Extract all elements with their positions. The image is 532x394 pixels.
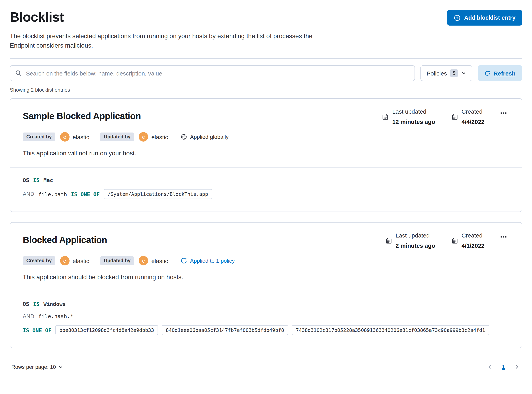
updated-by-badge: Updated by [100, 256, 134, 265]
chevron-left-icon [488, 364, 492, 369]
policies-filter-label: Policies [427, 70, 447, 77]
criteria-value-pill: 7438d3102c317b05228a350891363340206e81cf… [292, 325, 489, 335]
criteria-and-label: AND [23, 313, 34, 319]
entry-actions-button[interactable] [498, 107, 509, 120]
applied-globally-text: Applied globally [190, 134, 228, 140]
created-meta: Created 4/1/2022 [452, 232, 484, 249]
screenshot-stage: Blocklist Add blocklist entry The blockl… [0, 0, 532, 394]
plus-circle-icon [454, 14, 461, 21]
globe-icon [181, 134, 187, 140]
criteria-field: file.path [38, 191, 67, 197]
criteria-os-value: Windows [43, 301, 66, 307]
pagination: 1 [486, 363, 521, 371]
entry-meta: Last updated 12 minutes ago Created 4/4/… [366, 108, 509, 125]
last-updated-label: Last updated [392, 108, 435, 115]
calendar-icon [452, 109, 457, 125]
criteria-os-field: OS [23, 177, 29, 183]
criteria-operator: IS ONE OF [23, 327, 51, 333]
calendar-icon [452, 233, 457, 249]
rows-per-page-label: Rows per page: 10 [11, 364, 56, 370]
last-updated-meta: Last updated 12 minutes ago [382, 108, 435, 125]
entry-badges-row: Created by e elastic Updated by e elasti… [23, 256, 509, 265]
policies-count-badge: 5 [451, 69, 458, 77]
created-by-username: elastic [72, 257, 89, 264]
controls-bar: Policies 5 Refresh [10, 65, 522, 81]
criteria-os-value: Mac [43, 177, 53, 183]
previous-page-button[interactable] [486, 363, 494, 371]
last-updated-meta: Last updated 2 minutes ago [386, 232, 435, 249]
updated-by-username: elastic [151, 257, 168, 264]
table-footer: Rows per page: 10 1 [10, 363, 522, 371]
entry-description: This application will not run on your ho… [23, 150, 509, 157]
page-title: Blocklist [10, 9, 64, 25]
created-value: 4/1/2022 [461, 242, 484, 249]
chevron-right-icon [514, 364, 519, 369]
created-by-username: elastic [72, 134, 89, 140]
created-by-badge: Created by [23, 133, 55, 141]
policy-coverage-icon [181, 258, 187, 264]
refresh-icon [484, 70, 490, 76]
calendar-icon [386, 233, 392, 249]
created-value: 4/4/2022 [461, 118, 484, 125]
calendar-icon [382, 109, 388, 125]
blocklist-entry-card: Blocked Application Last updated 2 minut… [10, 222, 522, 348]
user-avatar: e [139, 132, 148, 142]
policies-filter-button[interactable]: Policies 5 [421, 65, 472, 81]
created-by-badge: Created by [23, 256, 55, 265]
add-blocklist-entry-label: Add blocklist entry [464, 15, 516, 21]
refresh-label: Refresh [493, 70, 516, 77]
entry-description: This application should be blocked from … [23, 274, 509, 281]
created-meta: Created 4/4/2022 [452, 108, 484, 125]
search-input[interactable] [25, 69, 409, 77]
created-label: Created [461, 232, 484, 239]
next-page-button[interactable] [513, 363, 521, 371]
entry-title: Sample Blocked Application [23, 110, 141, 121]
page-number-button[interactable]: 1 [502, 364, 505, 370]
header-divider [10, 58, 522, 59]
page-description: The blocklist prevents selected applicat… [10, 31, 338, 50]
rows-per-page-button[interactable]: Rows per page: 10 [11, 364, 63, 370]
created-label: Created [461, 108, 484, 115]
criteria-value-pill: bbe80313cf12098d3fc4d8a42e9dbb33 [56, 325, 158, 335]
results-count: Showing 2 blocklist entries [10, 87, 522, 93]
applied-policy-link[interactable]: Applied to 1 policy [181, 258, 235, 264]
applied-policy-text: Applied to 1 policy [190, 258, 235, 264]
entry-title: Blocked Application [23, 234, 107, 245]
chevron-down-icon [59, 365, 63, 369]
search-icon [15, 70, 22, 76]
criteria-os-operator: IS [33, 177, 40, 183]
add-blocklist-entry-button[interactable]: Add blocklist entry [447, 10, 522, 26]
user-avatar: e [60, 256, 69, 265]
search-box [10, 65, 415, 81]
blocklist-entry-card: Sample Blocked Application Last updated … [10, 98, 522, 212]
updated-by-username: elastic [151, 134, 168, 140]
user-avatar: e [139, 256, 148, 265]
criteria-field: file.hash.* [38, 313, 73, 319]
entry-criteria: OS IS Windows AND file.hash.* IS ONE OF … [10, 291, 522, 347]
applied-globally-indicator: Applied globally [181, 134, 228, 140]
criteria-value-pill: 840d1eee06baa05cf3147fb7ef003b5dfdb49bf8 [162, 325, 288, 335]
last-updated-value: 2 minutes ago [396, 242, 435, 249]
entry-criteria: OS IS Mac AND file.path IS ONE OF /Syste… [10, 167, 522, 212]
boxes-horizontal-icon [500, 110, 507, 116]
updated-by-badge: Updated by [100, 133, 134, 141]
entry-actions-button[interactable] [498, 231, 509, 244]
entry-badges-row: Created by e elastic Updated by e elasti… [23, 132, 509, 142]
chevron-down-icon [461, 71, 466, 76]
criteria-os-operator: IS [33, 301, 40, 307]
criteria-operator: IS ONE OF [71, 191, 100, 197]
page-header: Blocklist Add blocklist entry [10, 7, 522, 26]
blocklist-page: Blocklist Add blocklist entry The blockl… [0, 0, 532, 394]
boxes-horizontal-icon [500, 233, 507, 240]
last-updated-value: 12 minutes ago [392, 118, 435, 125]
user-avatar: e [60, 132, 69, 142]
refresh-button[interactable]: Refresh [478, 65, 522, 81]
criteria-os-field: OS [23, 301, 29, 307]
last-updated-label: Last updated [396, 232, 435, 239]
criteria-and-label: AND [23, 191, 34, 197]
criteria-value-pill: /System/Applications/BlockThis.app [104, 189, 212, 199]
entry-meta: Last updated 2 minutes ago Created 4/1/2… [369, 232, 509, 249]
